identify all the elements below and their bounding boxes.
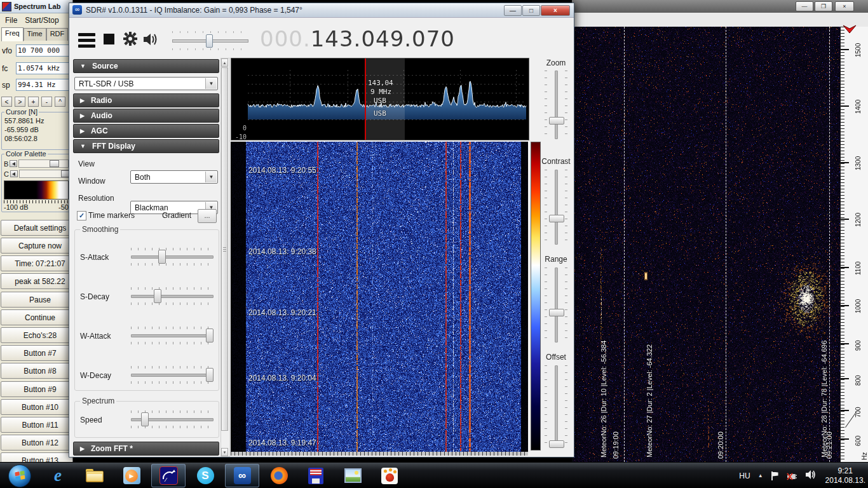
brightness-left-arrow[interactable] bbox=[10, 160, 17, 167]
button-8[interactable]: Button #8 bbox=[1, 363, 73, 379]
w-attack-slider-thumb[interactable] bbox=[206, 329, 214, 342]
menu-file[interactable]: File bbox=[5, 16, 17, 25]
sdr-minimize-button[interactable]: — bbox=[504, 5, 522, 16]
section-zoom-fft[interactable]: ▶ Zoom FFT * bbox=[73, 442, 219, 456]
tray-expand-icon[interactable]: ▲ bbox=[758, 473, 763, 478]
network-disconnected-icon[interactable] bbox=[786, 471, 797, 481]
vfo-field[interactable]: 10 700 000 bbox=[16, 44, 71, 57]
spectrum-display[interactable]: 0 -10 -20 -30 -40 -50 143,0404M 143,047M… bbox=[231, 58, 529, 140]
restore-button[interactable]: ❐ bbox=[815, 1, 832, 11]
action-center-flag-icon[interactable] bbox=[771, 471, 778, 480]
waterfall-display[interactable]: 2014.08.13. 9:20:55 2014.08.13. 9:20:38 … bbox=[231, 142, 528, 452]
start-button[interactable] bbox=[3, 464, 37, 487]
contrast-slider[interactable] bbox=[545, 170, 567, 245]
contrast-left-arrow[interactable] bbox=[10, 170, 18, 177]
settings-gear-icon[interactable] bbox=[123, 31, 138, 46]
contrast-slider[interactable] bbox=[19, 170, 69, 178]
menu-start-stop[interactable]: Start/Stop bbox=[25, 16, 58, 25]
zoom-slider[interactable] bbox=[545, 71, 567, 139]
freq-plus-button[interactable]: + bbox=[28, 97, 39, 107]
section-audio[interactable]: ▶ Audio bbox=[73, 109, 219, 123]
scroll-up-icon[interactable]: ▲ bbox=[221, 58, 228, 67]
sdr-titlebar[interactable]: ∞ SDR# v1.0.0.1311 - IQ Imbalance: Gain … bbox=[69, 3, 574, 18]
frequency-display[interactable]: 000.143.049.070 bbox=[260, 26, 455, 51]
range-slider-thumb[interactable] bbox=[549, 309, 564, 316]
time-button[interactable]: Time: 07:21:07 bbox=[1, 255, 73, 271]
audio-speaker-icon[interactable] bbox=[143, 32, 159, 46]
button-12[interactable]: Button #12 bbox=[1, 435, 73, 451]
scroll-down-icon[interactable]: ▼ bbox=[221, 448, 228, 456]
s-attack-slider[interactable] bbox=[131, 248, 214, 264]
speed-slider[interactable] bbox=[131, 410, 214, 427]
taskbar-skype[interactable]: S bbox=[188, 464, 222, 487]
taskbar-sdrsharp[interactable]: ∞ bbox=[225, 464, 259, 487]
s-attack-slider-thumb[interactable] bbox=[158, 250, 166, 264]
button-13[interactable]: Button #13 bbox=[1, 452, 73, 462]
taskbar-windows-explorer[interactable] bbox=[78, 464, 112, 487]
button-11[interactable]: Button #11 bbox=[1, 417, 73, 433]
meteor-waterfall-display[interactable] bbox=[573, 27, 840, 462]
tab-time[interactable]: Time bbox=[24, 28, 46, 41]
zoom-slider-thumb[interactable] bbox=[549, 117, 564, 125]
tray-speaker-icon[interactable] bbox=[805, 470, 818, 482]
tab-freq[interactable]: Freq bbox=[1, 27, 24, 41]
menu-hamburger-icon[interactable] bbox=[78, 33, 95, 48]
taskbar-firefox[interactable] bbox=[262, 464, 296, 487]
volume-slider[interactable] bbox=[172, 31, 248, 51]
freq-minus-button[interactable]: - bbox=[41, 97, 52, 107]
taskbar-image-viewer[interactable] bbox=[336, 464, 370, 487]
tray-clock[interactable]: 9:21 2014.08.13. bbox=[825, 466, 865, 485]
echos-button[interactable]: Echo's:28 bbox=[1, 327, 73, 343]
panel-scrollbar[interactable]: ▲ ▼ bbox=[220, 58, 230, 457]
continue-button[interactable]: Continue bbox=[1, 309, 73, 325]
gradient-edit-button[interactable]: ... bbox=[198, 209, 217, 223]
default-settings-button[interactable]: Default settings bbox=[1, 220, 73, 236]
s-decay-slider-thumb[interactable] bbox=[154, 289, 161, 303]
button-7[interactable]: Button #7 bbox=[1, 345, 73, 361]
taskbar-media-player[interactable]: ▶ bbox=[114, 464, 149, 487]
section-agc[interactable]: ▶ AGC bbox=[73, 124, 219, 138]
speed-slider-thumb[interactable] bbox=[141, 412, 149, 426]
minimize-button[interactable]: — bbox=[796, 1, 813, 11]
section-fft-display[interactable]: ▼ FFT Display bbox=[73, 139, 219, 153]
spectrum-lab-titlebar[interactable]: Spectrum Lab bbox=[0, 0, 72, 13]
brightness-slider-thumb[interactable] bbox=[50, 160, 59, 167]
w-decay-slider[interactable] bbox=[131, 366, 214, 383]
taskbar-commander[interactable] bbox=[299, 464, 333, 487]
taskbar-irfanview[interactable] bbox=[372, 464, 407, 487]
frequency-cursor-arrow-icon[interactable] bbox=[842, 24, 857, 35]
close-button[interactable]: × bbox=[835, 1, 854, 11]
sdr-close-button[interactable]: × bbox=[541, 5, 570, 16]
tab-rdf[interactable]: RDF bbox=[46, 28, 69, 41]
offset-slider-thumb[interactable] bbox=[549, 440, 564, 448]
sp-field[interactable]: 994.31 Hz bbox=[16, 79, 71, 91]
pause-button[interactable]: Pause bbox=[1, 292, 73, 308]
capture-now-button[interactable]: Capture now bbox=[1, 238, 73, 254]
peak-button[interactable]: peak at 582.22 bbox=[1, 273, 73, 289]
taskbar-spectrum-lab[interactable] bbox=[151, 464, 186, 487]
w-decay-slider-thumb[interactable] bbox=[206, 368, 214, 382]
freq-step-right-button[interactable]: > bbox=[15, 97, 25, 107]
scrollbar-thumb[interactable] bbox=[221, 67, 228, 431]
button-10[interactable]: Button #10 bbox=[1, 399, 73, 415]
sdr-maximize-button[interactable]: □ bbox=[522, 5, 540, 16]
button-9[interactable]: Button #9 bbox=[1, 381, 73, 397]
offset-slider[interactable] bbox=[545, 365, 567, 447]
volume-slider-thumb[interactable] bbox=[206, 34, 213, 48]
section-radio[interactable]: ▶ Radio bbox=[73, 93, 219, 107]
brightness-slider[interactable] bbox=[18, 159, 69, 168]
range-slider[interactable] bbox=[545, 268, 567, 342]
view-select[interactable]: Both ▼ bbox=[130, 170, 218, 184]
fc-field[interactable]: 1.0574 kHz bbox=[16, 62, 71, 74]
time-markers-checkbox[interactable]: ✓ bbox=[77, 211, 86, 220]
taskbar-internet-explorer[interactable]: e bbox=[41, 464, 75, 487]
s-decay-slider[interactable] bbox=[131, 287, 214, 304]
stop-button[interactable] bbox=[104, 34, 114, 44]
source-device-select[interactable]: RTL-SDR / USB ▼ bbox=[74, 77, 218, 90]
contrast-slider-thumb[interactable] bbox=[549, 215, 564, 222]
language-indicator[interactable]: HU bbox=[739, 471, 750, 480]
freq-up-button[interactable]: ^ bbox=[55, 97, 65, 107]
section-source[interactable]: ▼ Source bbox=[73, 59, 219, 73]
freq-step-left-button[interactable]: < bbox=[1, 97, 12, 107]
w-attack-slider[interactable] bbox=[131, 327, 214, 343]
